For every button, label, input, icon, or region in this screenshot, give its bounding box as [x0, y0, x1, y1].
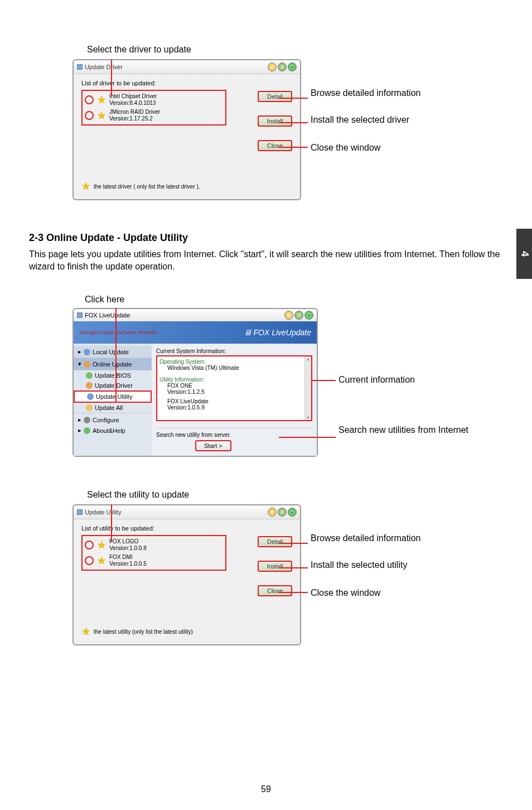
detail-button[interactable]: Detail	[258, 91, 292, 102]
radio-icon[interactable]	[85, 95, 94, 104]
app-icon	[77, 509, 83, 515]
list-item-text: JMicron RAID DriverVersion:1.17.25.2	[109, 109, 160, 122]
info-header: Current System Information:	[156, 348, 312, 354]
section-heading: 2-3 Online Update - Update Utility	[29, 232, 514, 244]
close-button[interactable]: Close	[258, 585, 292, 596]
detail-button[interactable]: Detail	[258, 536, 292, 547]
star-icon: ★	[81, 626, 90, 637]
nav-configure[interactable]: ▸ Configure	[74, 414, 152, 425]
nav-sidebar: ▸ Local Update ▾ Online Update Update BI…	[74, 344, 152, 456]
app-icon	[77, 312, 83, 318]
callout-close: Close the window	[311, 588, 380, 598]
close-button[interactable]: Close	[258, 140, 292, 151]
driver-list[interactable]: ★ Intel Chipset DriverVersion:8.4.0.1013…	[81, 90, 226, 126]
maximize-button[interactable]	[294, 311, 303, 320]
fig3-caption: Select the utility to update	[87, 490, 514, 500]
star-icon: ★	[97, 540, 106, 550]
dialog-title: Update Driver	[85, 64, 123, 70]
list-item[interactable]: ★ FOX LOGOVersion:1.0.0.8	[84, 537, 224, 553]
util-name: FOX ONE	[159, 383, 309, 389]
help-icon	[84, 427, 90, 434]
update-utility-dialog: Update Utility × List of utility to be u…	[72, 504, 301, 645]
dialog-title: FOX LiveUpdate	[85, 312, 130, 319]
callout-install: Install the selected utility	[311, 560, 407, 570]
close-window-button[interactable]: ×	[288, 62, 297, 71]
close-window-button[interactable]: ×	[288, 508, 297, 517]
callout-current-info: Current information	[338, 375, 415, 385]
driver-icon	[86, 382, 93, 389]
globe-icon	[84, 361, 90, 368]
latest-note-text: the latest driver ( only list the latest…	[94, 184, 200, 190]
banner: Stronger,Faster and More Powerful 🖥 FOX …	[74, 321, 317, 344]
fig1-caption: Select the driver to update	[87, 45, 514, 55]
util-version: Version:1.0.5.9	[159, 404, 309, 411]
nav-update-utility[interactable]: Update Utility	[74, 390, 152, 403]
radio-icon[interactable]	[85, 556, 94, 565]
radio-icon[interactable]	[85, 541, 94, 549]
maximize-button[interactable]	[278, 62, 287, 71]
click-here-label: Click here	[85, 295, 514, 305]
dialog-titlebar: FOX LiveUpdate ×	[74, 309, 317, 321]
util-header: Utility Information:	[159, 377, 309, 383]
minimize-button[interactable]	[284, 311, 293, 320]
update-all-icon	[86, 404, 93, 411]
dialog-title: Update Utility	[85, 509, 121, 515]
folder-icon	[84, 349, 90, 355]
callout-close: Close the window	[311, 143, 380, 153]
latest-note-text: the latest utility (only list the latest…	[94, 629, 193, 635]
nav-update-bios[interactable]: Update BIOS	[74, 370, 152, 380]
search-label: Search new utility from server.	[156, 432, 312, 438]
os-header: Operating System:	[159, 359, 309, 365]
list-item-text: FOX LOGOVersion:1.0.0.8	[109, 538, 147, 552]
list-label: List of driver to be updated:	[81, 80, 292, 86]
minimize-button[interactable]	[268, 508, 277, 517]
gear-icon	[84, 417, 90, 423]
install-button[interactable]: Install	[258, 561, 292, 572]
section-paragraph: This page lets you update utilities from…	[29, 248, 514, 272]
chip-icon	[86, 372, 93, 379]
list-item-text: FOX DMIVersion:1.0.0.5	[109, 554, 147, 567]
list-label: List of utility to be updated:	[81, 525, 292, 532]
star-icon: ★	[81, 181, 90, 191]
latest-note: ★ the latest utility (only list the late…	[81, 626, 292, 637]
nav-update-driver[interactable]: Update Driver	[74, 380, 152, 390]
utility-list[interactable]: ★ FOX LOGOVersion:1.0.0.8 ★ FOX DMIVersi…	[81, 535, 226, 571]
update-driver-dialog: Update Driver × List of driver to be upd…	[72, 59, 301, 200]
star-icon: ★	[97, 110, 106, 120]
dialog-titlebar: Update Utility ×	[74, 505, 300, 519]
nav-about-help[interactable]: ▸ About&Help	[74, 425, 152, 436]
callout-detail: Browse detailed information	[311, 88, 420, 98]
utility-icon	[87, 393, 94, 400]
util-name: FOX LiveUpdate	[159, 398, 309, 404]
start-button[interactable]: Start >	[195, 440, 231, 451]
nav-update-all[interactable]: Update All	[74, 403, 152, 413]
list-item-text: Intel Chipset DriverVersion:8.4.0.1013	[109, 93, 157, 107]
close-window-button[interactable]: ×	[304, 311, 313, 320]
slogan-text: Stronger,Faster and More Powerful	[79, 330, 157, 335]
minimize-button[interactable]	[268, 62, 277, 71]
latest-note: ★ the latest driver ( only list the late…	[81, 181, 292, 191]
callout-search: Search new utilities from Internet	[338, 425, 468, 435]
fox-liveupdate-window: FOX LiveUpdate × Stronger,Faster and Mor…	[72, 308, 318, 457]
list-item[interactable]: ★ Intel Chipset DriverVersion:8.4.0.1013	[84, 92, 224, 108]
system-info-box: Operating System: Windows Vista (TM) Ult…	[156, 355, 312, 421]
list-item[interactable]: ★ JMicron RAID DriverVersion:1.17.25.2	[84, 108, 224, 123]
list-item[interactable]: ★ FOX DMIVersion:1.0.0.5	[84, 553, 224, 568]
util-version: Version:1.1.2.5	[159, 389, 309, 395]
callout-detail: Browse detailed information	[311, 533, 420, 543]
os-value: Windows Vista (TM) Ultimate	[159, 365, 309, 371]
nav-online-update[interactable]: ▾ Online Update	[74, 358, 152, 370]
page-number: 59	[0, 784, 532, 794]
banner-title: 🖥 FOX LiveUpdate	[244, 328, 312, 337]
app-icon	[77, 64, 83, 70]
star-icon: ★	[97, 556, 106, 566]
maximize-button[interactable]	[278, 508, 287, 517]
callout-install: Install the selected driver	[311, 115, 409, 125]
radio-icon[interactable]	[85, 111, 94, 120]
scrollbar[interactable]	[304, 356, 311, 420]
side-page-tab: 4	[516, 229, 532, 279]
star-icon: ★	[97, 95, 106, 105]
dialog-titlebar: Update Driver ×	[74, 60, 300, 74]
install-button[interactable]: Install	[258, 115, 292, 127]
nav-local-update[interactable]: ▸ Local Update	[74, 346, 152, 358]
